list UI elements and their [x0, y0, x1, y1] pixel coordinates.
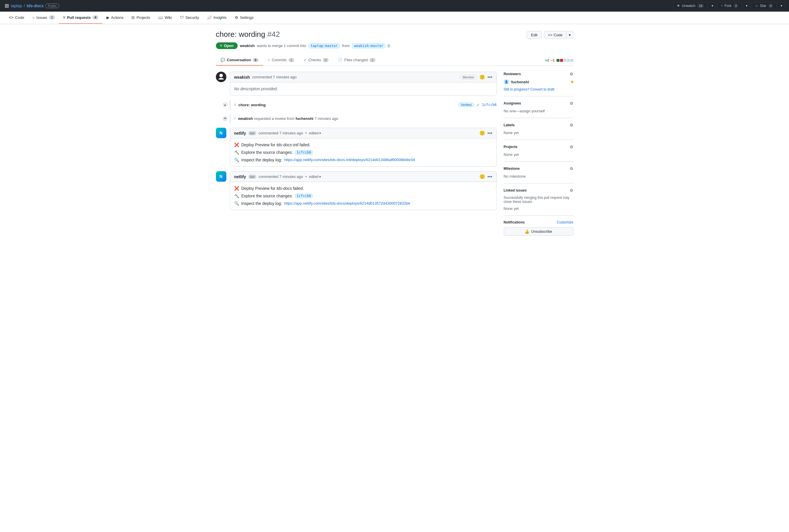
explore-hash-link-2[interactable]: 1cfccb6: [295, 194, 313, 198]
diff-sq-neutral-3: [571, 59, 573, 62]
deploy-failed-line-1: ❌ Deploy Preview for tds-docs-intl faile…: [234, 142, 493, 147]
fork-button[interactable]: ⑂ Fork 3: [718, 2, 742, 9]
nav-security[interactable]: 🛡 Security: [176, 12, 203, 24]
avatar-netlify-2: N: [216, 171, 226, 182]
fork-dropdown[interactable]: ▾: [744, 2, 750, 9]
comment-card-weakish: weakish commented 7 minutes ago Member 🙂…: [230, 72, 497, 95]
timeline-commit-dot: ●: [223, 102, 228, 107]
commit-message: chore: wording: [238, 103, 266, 107]
customize-link[interactable]: Customize: [557, 220, 573, 224]
nav-code[interactable]: <> Code: [5, 12, 28, 24]
member-badge: Member: [460, 75, 477, 79]
code-main-button[interactable]: <> Code: [544, 31, 566, 39]
labels-gear-button[interactable]: ⚙: [570, 123, 573, 128]
unsubscribe-button[interactable]: 🔔 Unsubscribe: [504, 227, 573, 236]
target-branch[interactable]: taptap:master: [308, 43, 340, 49]
comment-author-weakish[interactable]: weakish: [234, 75, 250, 79]
labels-value: None yet: [504, 131, 519, 135]
assignees-value: No one—assign yourself: [504, 109, 545, 113]
more-options-netlify-2[interactable]: •••: [487, 174, 493, 179]
nav-projects[interactable]: ⊟ Projects: [128, 12, 154, 24]
conversation-count: 0: [253, 58, 258, 62]
milestone-label: Milestone: [504, 167, 520, 171]
comment-time-weakish: commented 7 minutes ago: [252, 75, 296, 79]
inspect-text-2: Inspect the deploy log:: [242, 201, 282, 206]
timeline-review-row: 👁 ⑂ weakish requested a review from fuch…: [216, 114, 497, 123]
pr-body: weakish commented 7 minutes ago Member 🙂…: [216, 72, 573, 240]
watch-button[interactable]: 👁 Unwatch 18: [674, 2, 708, 9]
star-button[interactable]: ☆ Star 0: [752, 2, 776, 9]
review-requester[interactable]: weakish: [238, 116, 253, 121]
insights-icon: 📈: [207, 15, 212, 20]
convert-draft-link[interactable]: Still in progress? Convert to draft: [504, 87, 555, 91]
nav-settings[interactable]: ⚙ Settings: [231, 12, 258, 24]
pr-sidebar: Reviewers ⚙ fuchenshi Still in progress?…: [504, 72, 573, 240]
tab-files-changed[interactable]: 📄 Files changed 1: [333, 55, 380, 65]
repo-name-link[interactable]: tds-docs: [27, 3, 43, 8]
review-reviewer[interactable]: fuchenshi: [296, 116, 313, 121]
tab-checks[interactable]: ✓ Checks 0: [299, 55, 333, 65]
projects-icon: ⊟: [132, 15, 135, 20]
emoji-react-button-netlify-1[interactable]: 🙂: [479, 130, 485, 136]
reviewer-name[interactable]: fuchenshi: [511, 80, 569, 84]
sidebar-notifications-header: Notifications Customize: [504, 220, 573, 224]
linked-issues-gear-button[interactable]: ⚙: [570, 188, 573, 193]
wrench-emoji-1: 🔨: [234, 150, 239, 155]
netlify-edited-dropdown-2[interactable]: edited ▾: [309, 175, 321, 179]
timeline-review-content: ⑂ weakish requested a review from fuchen…: [230, 114, 497, 123]
tab-conversation[interactable]: 💬 Conversation 0: [216, 55, 263, 65]
star-dropdown[interactable]: ▾: [779, 2, 784, 9]
netlify-time-1: commented 7 minutes ago: [258, 131, 303, 135]
nav-insights[interactable]: 📈 Insights: [203, 12, 231, 24]
nav-pullrequests[interactable]: ⑂ Pull requests 4: [59, 12, 102, 24]
netlify-author-2[interactable]: netlify: [234, 174, 246, 179]
watch-dropdown[interactable]: ▾: [710, 2, 715, 9]
magnify-emoji-2: 🔍: [234, 201, 239, 206]
copy-branch-button[interactable]: ⎘: [388, 43, 390, 48]
netlify-author-1[interactable]: netlify: [234, 131, 246, 135]
source-branch[interactable]: weakish:master: [352, 43, 385, 49]
unsubscribe-label: Unsubscribe: [531, 229, 552, 234]
edited-text-1: edited: [309, 131, 319, 135]
projects-gear-button[interactable]: ⚙: [570, 145, 573, 149]
code-dropdown-button[interactable]: ▾: [566, 31, 573, 39]
log-url-2[interactable]: https://app.netlify.com/sites/tds-docs/d…: [284, 201, 410, 206]
comment-body-weakish: No description provided.: [230, 82, 497, 95]
star-icon: ☆: [755, 4, 758, 8]
reviewers-gear-button[interactable]: ⚙: [570, 72, 573, 76]
netlify-edited-dropdown-1[interactable]: edited ▾: [309, 131, 321, 135]
more-options-netlify-1[interactable]: •••: [487, 131, 493, 136]
log-url-1[interactable]: https://app.netlify.com/sites/tds-docs-i…: [284, 157, 415, 162]
emoji-react-button-netlify-2[interactable]: 🙂: [479, 174, 485, 179]
commit-hash-link[interactable]: 1cfccb6: [482, 103, 497, 107]
comment-body-netlify-1: ❌ Deploy Preview for tds-docs-intl faile…: [230, 138, 497, 166]
wrench-emoji-2: 🔨: [234, 194, 239, 198]
linked-issues-label: Linked issues: [504, 188, 527, 192]
inspect-line-2: 🔍 Inspect the deploy log: https://app.ne…: [234, 201, 493, 206]
explore-hash-link-1[interactable]: 1cfccb6: [295, 150, 313, 155]
comment-weakish: weakish commented 7 minutes ago Member 🙂…: [216, 72, 497, 95]
more-options-button-1[interactable]: •••: [487, 75, 493, 80]
diff-sq-add: [557, 59, 559, 62]
avatar-weakish: [216, 72, 226, 82]
netlify-logo-icon: N: [219, 131, 222, 135]
nav-wiki[interactable]: 📖 Wiki: [154, 12, 176, 24]
open-badge: ⑂ Open: [216, 42, 238, 49]
assignees-gear-button[interactable]: ⚙: [570, 101, 573, 106]
sidebar-linked-header: Linked issues ⚙: [504, 188, 573, 193]
svg-point-3: [505, 80, 507, 82]
nav-actions[interactable]: ▶ Actions: [102, 12, 128, 24]
diff-bar: [557, 59, 573, 62]
issues-badge: 1: [49, 15, 55, 19]
tab-commits[interactable]: ○ Commits 1: [263, 55, 299, 65]
sidebar-assignees: Assignees ⚙ No one—assign yourself: [504, 101, 573, 118]
github-logo-icon: ⊞: [5, 3, 9, 9]
milestone-gear-button[interactable]: ⚙: [570, 166, 573, 171]
x-emoji-2: ❌: [234, 186, 239, 191]
conversation-icon: 💬: [220, 58, 225, 62]
comment-header-netlify-1: netlify bot commented 7 minutes ago • ed…: [230, 128, 497, 138]
nav-issues[interactable]: ○ Issues 1: [28, 12, 59, 24]
emoji-react-button-1[interactable]: 🙂: [479, 74, 485, 80]
repo-owner-link[interactable]: taptap: [11, 3, 22, 8]
edit-button[interactable]: Edit: [527, 31, 542, 39]
